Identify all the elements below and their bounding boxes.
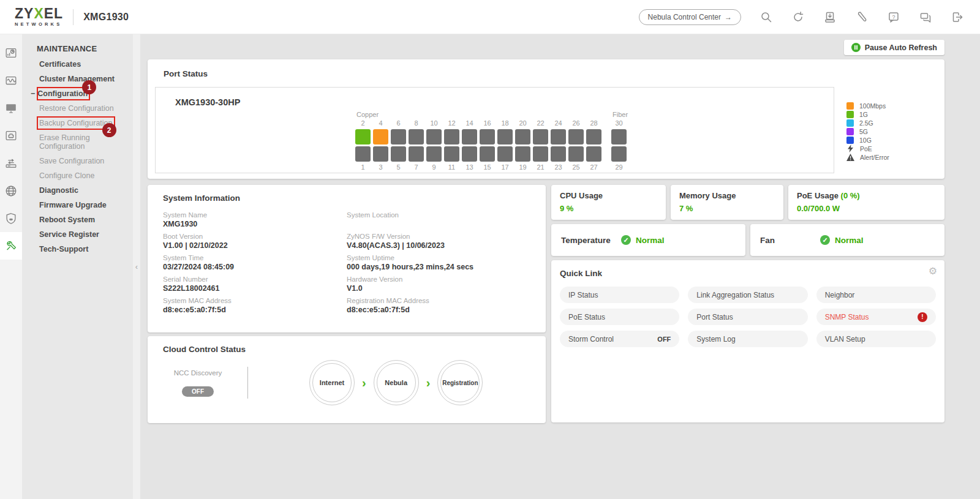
port-1[interactable] xyxy=(355,146,371,162)
port-29[interactable] xyxy=(611,146,627,162)
maintenance-icon[interactable] xyxy=(0,232,22,260)
sidebar-item-save-configuration[interactable]: Save Configuration xyxy=(22,154,133,168)
port-20[interactable] xyxy=(515,129,530,144)
sidebar-item-erase-running-configuration[interactable]: Erase Running Configuration xyxy=(22,130,133,154)
port-17[interactable] xyxy=(497,146,513,162)
port-column: 2827 xyxy=(586,119,601,171)
sidebar-item-firmware-upgrade[interactable]: Firmware Upgrade xyxy=(22,198,133,212)
port-6[interactable] xyxy=(391,129,406,144)
search-icon[interactable] xyxy=(760,10,773,24)
quick-link-storm-control[interactable]: Storm ControlOFF xyxy=(560,331,679,347)
port-number: 22 xyxy=(537,119,544,127)
collapse-indicator[interactable]: − xyxy=(31,89,35,98)
refresh-icon[interactable] xyxy=(791,10,805,24)
quick-link-label: SNMP Status xyxy=(825,313,869,321)
sidebar-item-configure-clone[interactable]: Configure Clone xyxy=(22,168,133,183)
port-21[interactable] xyxy=(533,146,548,162)
port-4[interactable] xyxy=(373,129,388,144)
port-18[interactable] xyxy=(497,129,513,144)
legend-item-1g: 1G xyxy=(846,110,937,119)
quick-link-vlan-setup[interactable]: VLAN Setup xyxy=(816,331,936,347)
legend-label: 1G xyxy=(859,111,868,118)
port-3[interactable] xyxy=(373,146,388,162)
port-27[interactable] xyxy=(586,146,601,162)
pause-auto-refresh-button[interactable]: Pause Auto Refresh xyxy=(844,40,944,55)
save-icon[interactable] xyxy=(823,10,837,24)
device-name: XMG1930-30HP xyxy=(175,97,823,107)
field-label-system-location: System Location xyxy=(347,211,530,219)
port-13[interactable] xyxy=(462,146,477,162)
sidebar-item-configuration[interactable]: −Configuration1 xyxy=(22,86,133,101)
collapse-sidebar-icon[interactable]: ‹ xyxy=(135,262,138,271)
port-15[interactable] xyxy=(480,146,495,162)
sidebar-item-restore-configuration[interactable]: Restore Configuration xyxy=(22,101,133,116)
sidebar-item-tech-support[interactable]: Tech-Support xyxy=(22,242,133,257)
monitoring-icon[interactable] xyxy=(0,67,22,94)
port-19[interactable] xyxy=(515,146,530,162)
sidebar-item-certificates[interactable]: Certificates xyxy=(22,57,133,72)
display-icon[interactable] xyxy=(0,94,22,122)
sidebar-item-service-register[interactable]: Service Register xyxy=(22,227,133,242)
quick-link-system-log[interactable]: System Log xyxy=(688,331,807,347)
pause-icon xyxy=(851,43,861,52)
feedback-icon[interactable] xyxy=(919,10,932,24)
sidebar-menu-panel: MAINTENANCE CertificatesCluster Manageme… xyxy=(22,34,133,499)
port-8[interactable] xyxy=(409,129,424,144)
cloud-step-label: Internet xyxy=(312,363,352,402)
port-23[interactable] xyxy=(551,146,566,162)
port-number: 5 xyxy=(396,163,400,171)
quick-link-port-status[interactable]: Port Status xyxy=(688,309,807,325)
menu-item-wrap: Diagnostic xyxy=(39,186,78,195)
fan-label: Fan xyxy=(760,236,820,245)
ncc-discovery-toggle[interactable]: OFF xyxy=(182,386,214,397)
security-icon[interactable] xyxy=(0,204,22,232)
port-icon[interactable] xyxy=(0,122,22,149)
port-12[interactable] xyxy=(444,129,459,144)
port-2[interactable] xyxy=(355,129,371,144)
port-28[interactable] xyxy=(586,129,601,144)
port-number: 4 xyxy=(379,119,382,127)
menu-item-wrap: Cluster Management xyxy=(39,75,115,83)
port-9[interactable] xyxy=(426,146,442,162)
port-25[interactable] xyxy=(568,146,584,162)
networking-icon[interactable] xyxy=(0,177,22,204)
logout-icon[interactable] xyxy=(951,10,964,24)
quick-link-snmp-status[interactable]: SNMP Status! xyxy=(816,309,936,325)
port-24[interactable] xyxy=(551,129,566,144)
menu-item-wrap: −Configuration1 xyxy=(39,89,88,98)
port-number: 10 xyxy=(430,119,437,127)
port-16[interactable] xyxy=(480,129,495,144)
port-30[interactable] xyxy=(611,129,627,144)
port-14[interactable] xyxy=(462,129,477,144)
help-icon[interactable]: ? xyxy=(887,10,900,24)
wrench-icon[interactable] xyxy=(855,10,869,24)
quick-link-link-aggregation-status[interactable]: Link Aggregation Status xyxy=(688,287,807,303)
sidebar-item-reboot-system[interactable]: Reboot System xyxy=(22,212,133,227)
field-label-zynos-f-w-version: ZyNOS F/W Version xyxy=(347,233,530,240)
quick-link-ip-status[interactable]: IP Status xyxy=(560,287,679,303)
port-26[interactable] xyxy=(568,129,584,144)
sidebar-item-cluster-management[interactable]: Cluster Management xyxy=(22,72,133,86)
quick-link-neighbor[interactable]: Neighbor xyxy=(816,287,936,303)
stacking-icon[interactable] xyxy=(0,149,22,177)
sidebar-item-diagnostic[interactable]: Diagnostic xyxy=(22,183,133,198)
fan-card: Fan ✓ Normal xyxy=(750,224,944,256)
legend-label: 10G xyxy=(859,137,872,144)
port-10[interactable] xyxy=(426,129,442,144)
port-11[interactable] xyxy=(444,146,459,162)
sidebar-item-backup-configuration[interactable]: Backup Configuration2 xyxy=(22,116,133,130)
port-5[interactable] xyxy=(391,146,406,162)
sidebar-collapse-gutter[interactable]: ‹ xyxy=(133,34,140,499)
gear-icon[interactable]: ⚙ xyxy=(929,265,937,277)
legend-label: Alert/Error xyxy=(860,154,889,161)
nebula-control-center-button[interactable]: Nebula Control Center→ xyxy=(639,9,741,25)
field-label-system-name: System Name xyxy=(163,211,347,219)
quick-link-poe-status[interactable]: PoE Status xyxy=(560,309,679,325)
temperature-card: Temperature ✓ Normal xyxy=(551,224,745,256)
cloud-step-nebula: Nebula xyxy=(374,360,419,405)
port-7[interactable] xyxy=(409,146,424,162)
port-22[interactable] xyxy=(533,129,548,144)
dashboard-icon[interactable] xyxy=(0,39,22,67)
port-number: 9 xyxy=(432,163,435,171)
zyxel-logo: ZYXEL NETWORKS xyxy=(15,7,63,27)
